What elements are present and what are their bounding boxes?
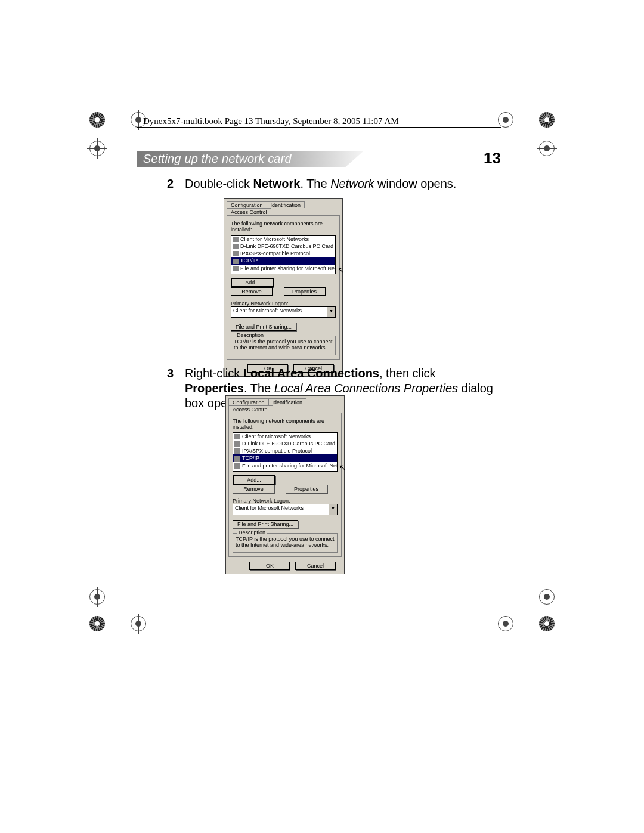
step-text: Double-click <box>185 177 253 190</box>
primary-logon-label: Primary Network Logon: <box>231 301 336 306</box>
list-item-label: IPX/SPX-compatible Protocol <box>240 250 310 256</box>
step-italic: Local Area Connections Properties <box>274 382 458 395</box>
ok-button[interactable]: OK <box>249 562 290 570</box>
file-header: Dynex5x7-multi.book Page 13 Thursday, Se… <box>143 116 399 126</box>
list-item-label: D-Link DFE-690TXD Cardbus PC Card <box>242 441 335 447</box>
list-item-selected[interactable]: TCP/IP <box>231 257 335 264</box>
remove-button[interactable]: Remove <box>231 287 273 296</box>
list-button-row: Add... Remove Properties <box>231 278 336 296</box>
properties-button[interactable]: Properties <box>284 287 326 296</box>
list-item-label: File and printer sharing for Microsoft N… <box>242 463 338 469</box>
crop-mark <box>498 587 555 606</box>
list-item[interactable]: Client for Microsoft Networks <box>233 433 337 440</box>
header-rule <box>137 127 501 128</box>
remove-button[interactable]: Remove <box>233 485 274 493</box>
step-number: 3 <box>167 366 174 381</box>
list-item[interactable]: D-Link DFE-690TXD Cardbus PC Card <box>231 243 335 250</box>
description-text: TCP/IP is the protocol you use to connec… <box>234 339 333 351</box>
list-item[interactable]: File and printer sharing for Microsoft N… <box>231 265 335 272</box>
adapter-icon <box>233 244 239 249</box>
step-2: 2 Double-click Network. The Network wind… <box>185 176 501 191</box>
description-title: Description <box>235 332 265 338</box>
protocol-icon <box>234 448 240 454</box>
section-title: Setting up the network card <box>143 152 292 166</box>
file-print-sharing-button[interactable]: File and Print Sharing... <box>233 520 298 528</box>
cursor-icon: ↖ <box>338 265 345 275</box>
step-bold: Local Area Connections <box>243 367 379 380</box>
primary-logon-label: Primary Network Logon: <box>233 498 338 504</box>
file-print-sharing-button[interactable]: File and Print Sharing... <box>231 323 296 331</box>
list-item-label: TCP/IP <box>242 455 259 461</box>
list-item[interactable]: IPX/SPX-compatible Protocol <box>233 447 337 454</box>
components-list[interactable]: Client for Microsoft Networks D-Link DFE… <box>231 235 336 274</box>
list-item[interactable]: File and printer sharing for Microsoft N… <box>233 462 337 469</box>
description-group: Description TCP/IP is the protocol you u… <box>233 533 338 553</box>
step-text: . The <box>244 382 274 395</box>
tab-configuration[interactable]: Configuration <box>227 201 267 208</box>
step-text: . The <box>300 177 330 190</box>
network-dialog: ConfigurationIdentificationAccess Contro… <box>224 198 343 377</box>
dialog-tabs: ConfigurationIdentificationAccess Contro… <box>224 199 342 215</box>
components-label: The following network components are ins… <box>231 221 336 233</box>
tab-access-control[interactable]: Access Control <box>227 208 271 215</box>
tab-access-control[interactable]: Access Control <box>228 405 273 413</box>
page-number: 13 <box>484 149 501 168</box>
add-button[interactable]: Add... <box>233 475 275 485</box>
combo-value: Client for Microsoft Networks <box>233 308 302 314</box>
crop-mark <box>498 614 555 633</box>
tab-body: The following network components are ins… <box>227 215 340 360</box>
step-italic: Network <box>330 177 374 190</box>
step-text: , then click <box>379 367 435 380</box>
section-banner: Setting up the network card 13 <box>137 151 501 167</box>
combo-value: Client for Microsoft Networks <box>235 505 304 511</box>
tab-identification[interactable]: Identification <box>267 201 305 208</box>
list-item[interactable]: IPX/SPX-compatible Protocol <box>231 250 335 257</box>
adapter-icon <box>234 441 240 447</box>
list-item-selected[interactable]: TCP/IP <box>233 454 337 462</box>
list-item-label: Client for Microsoft Networks <box>240 236 309 242</box>
step-text: window opens. <box>374 177 457 190</box>
list-button-row: Add... Remove Properties <box>233 475 338 493</box>
step-number: 2 <box>167 176 174 191</box>
cancel-button[interactable]: Cancel <box>295 562 336 570</box>
description-title: Description <box>237 529 267 535</box>
list-item[interactable]: D-Link DFE-690TXD Cardbus PC Card <box>233 440 337 447</box>
list-item-label: TCP/IP <box>240 258 258 264</box>
tab-configuration[interactable]: Configuration <box>228 398 269 405</box>
tab-body: The following network components are ins… <box>228 413 342 557</box>
description-group: Description TCP/IP is the protocol you u… <box>231 336 336 355</box>
list-item[interactable]: Client for Microsoft Networks <box>231 236 335 243</box>
client-icon <box>234 434 240 439</box>
description-text: TCP/IP is the protocol you use to connec… <box>236 536 335 549</box>
properties-button[interactable]: Properties <box>286 485 327 493</box>
dialog-tabs: ConfigurationIdentificationAccess Contro… <box>226 396 344 413</box>
client-icon <box>233 237 239 242</box>
service-icon <box>233 266 239 271</box>
list-item-label: File and printer sharing for Microsoft N… <box>240 265 336 271</box>
manual-page: Dynex5x7-multi.book Page 13 Thursday, Se… <box>0 0 644 833</box>
primary-logon-combo[interactable]: Client for Microsoft Networks <box>233 504 338 515</box>
primary-logon-combo[interactable]: Client for Microsoft Networks <box>231 306 336 318</box>
cursor-icon: ↖ <box>339 463 346 472</box>
list-item-label: D-Link DFE-690TXD Cardbus PC Card <box>240 243 333 249</box>
protocol-icon <box>234 456 240 462</box>
network-dialog-2: ConfigurationIdentificationAccess Contro… <box>225 395 345 574</box>
components-list[interactable]: Client for Microsoft Networks D-Link DFE… <box>233 432 338 472</box>
list-item-label: IPX/SPX-compatible Protocol <box>242 448 312 454</box>
list-item-label: Client for Microsoft Networks <box>242 433 311 439</box>
protocol-icon <box>233 251 239 256</box>
crop-mark <box>498 110 555 129</box>
add-button[interactable]: Add... <box>231 278 274 287</box>
step-bold: Properties <box>185 382 244 395</box>
service-icon <box>234 463 240 469</box>
crop-mark <box>498 139 555 158</box>
components-label: The following network components are ins… <box>233 418 338 430</box>
dialog-button-row: OK Cancel <box>226 559 344 574</box>
tab-identification[interactable]: Identification <box>268 398 307 405</box>
protocol-icon <box>233 259 239 264</box>
step-text: Right-click <box>185 367 243 380</box>
crop-mark <box>89 614 146 633</box>
crop-mark <box>89 587 146 606</box>
step-bold: Network <box>253 177 300 190</box>
